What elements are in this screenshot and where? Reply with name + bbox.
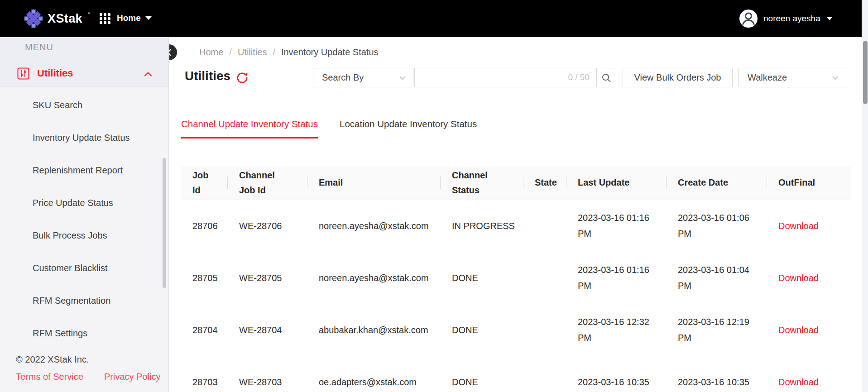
sidebar-scrollbar-thumb[interactable]	[163, 158, 166, 288]
back-button[interactable]	[169, 44, 177, 60]
sidebar-item-label: Customer Blacklist	[33, 263, 108, 273]
view-bulk-orders-job-label: View Bulk Orders Job	[634, 72, 721, 83]
sidebar-item-label: Bulk Process Jobs	[33, 230, 107, 241]
breadcrumb-separator: /	[229, 47, 232, 57]
cell-email: oe.adapters@xstak.com	[319, 374, 417, 390]
tab-location-update-inventory-status[interactable]: Location Update Inventory Status	[340, 119, 477, 139]
sidebar: MENU Utilities SKU Search	[0, 37, 169, 392]
caret-down-icon	[826, 17, 833, 20]
page-scrollbar-thumb[interactable]	[863, 41, 868, 104]
sidebar-item[interactable]: SKU Search	[0, 89, 168, 121]
terms-of-service-link[interactable]: Terms of Service	[16, 372, 83, 382]
column-header-channel-job-id: Channel Job Id	[228, 166, 307, 200]
cell-job-id: 28706	[192, 218, 218, 234]
cell-last-update: 2023-03-16 10:35	[578, 374, 649, 390]
cell-channel-job-id: WE-28704	[239, 322, 282, 338]
table-row: 28704 WE-28704 abubakar.khan@xstak.com D…	[181, 304, 851, 356]
search-by-value: Search By	[322, 72, 364, 83]
table-header-row: Job Id Channel Job Id Email Channel Stat…	[181, 166, 851, 200]
cell-channel-status: DONE	[452, 322, 478, 338]
cell-channel-status: DONE	[452, 270, 478, 286]
apps-grid-icon[interactable]	[99, 13, 111, 26]
sidebar-item-label: RFM Segmentation	[33, 296, 110, 306]
cell-last-update: 2023-03-16 01:16 PM	[578, 262, 658, 294]
breadcrumb-utilities[interactable]: Utilities	[238, 47, 267, 57]
chevron-down-icon	[399, 76, 406, 80]
sidebar-footer: © 2022 XStak Inc. Terms of Service Priva…	[0, 345, 168, 392]
chevron-left-icon	[169, 48, 172, 57]
breadcrumb: Home / Utilities / Inventory Update Stat…	[199, 47, 379, 57]
store-select-value: Walkeaze	[748, 72, 787, 83]
sidebar-item[interactable]: Customer Blacklist	[0, 252, 168, 284]
sidebar-item[interactable]: Price Update Status	[0, 186, 168, 219]
cell-channel-job-id: WE-28705	[239, 270, 282, 286]
sidebar-submenu: SKU Search Inventory Update Status Reple…	[0, 89, 168, 349]
view-bulk-orders-job-button[interactable]: View Bulk Orders Job	[623, 68, 733, 87]
search-button[interactable]	[596, 68, 616, 87]
sliders-icon	[17, 67, 29, 80]
sidebar-item[interactable]: RFM Segmentation	[0, 284, 168, 317]
brand-name: XStak	[48, 12, 82, 26]
caret-down-icon	[145, 16, 152, 20]
download-link[interactable]: Download	[778, 270, 819, 286]
nav-home-menu[interactable]: Home	[117, 13, 152, 23]
sidebar-item-utilities[interactable]: Utilities	[17, 66, 168, 81]
cell-job-id: 28705	[192, 270, 218, 286]
refresh-icon[interactable]	[235, 71, 249, 86]
store-select[interactable]: Walkeaze	[739, 68, 846, 87]
column-header-outfinal: OutFinal	[767, 166, 851, 200]
search-input-wrapper: 0 / 50	[414, 68, 597, 87]
cell-channel-job-id: WE-28706	[239, 218, 282, 234]
sidebar-item-label: Replenishment Report	[33, 165, 123, 176]
sidebar-item-label: Price Update Status	[33, 198, 113, 208]
column-header-last-update: Last Update	[566, 166, 667, 200]
xstak-star-icon	[24, 10, 43, 28]
download-link[interactable]: Download	[778, 374, 819, 390]
cell-channel-status: IN PROGRESS	[452, 218, 515, 234]
breadcrumb-separator: /	[273, 47, 275, 57]
cell-last-update: 2023-03-16 01:16 PM	[578, 210, 658, 242]
section-divider	[177, 102, 860, 102]
download-link[interactable]: Download	[778, 218, 819, 234]
table-row: 28703 WE-28703 oe.adapters@xstak.com DON…	[181, 356, 851, 392]
sidebar-item-label: SKU Search	[33, 100, 82, 110]
cell-create-date: 2023-03-16 01:04 PM	[678, 262, 758, 294]
cell-email: noreen.ayesha@xstak.com	[319, 218, 429, 234]
page-title: Utilities	[185, 69, 230, 83]
toolbar: Utilities Search By 0 / 50	[169, 68, 862, 88]
user-name: noreen ayesha	[763, 14, 820, 24]
sidebar-item[interactable]: Bulk Process Jobs	[0, 219, 168, 252]
sidebar-item[interactable]: Replenishment Report	[0, 154, 168, 186]
cell-channel-status: DONE	[452, 374, 478, 390]
page-scrollbar-track[interactable]	[862, 0, 868, 392]
cell-last-update: 2023-03-16 12:32 PM	[578, 314, 658, 346]
copyright-text: © 2022 XStak Inc.	[16, 354, 89, 365]
search-by-select[interactable]: Search By	[313, 68, 413, 87]
column-header-state: State	[523, 166, 566, 200]
cell-job-id: 28703	[192, 374, 218, 390]
brand-logo[interactable]: XStak °	[24, 10, 90, 28]
app-window: XStak ° Home noreen ayesha	[0, 0, 868, 392]
sidebar-item-label: RFM Settings	[33, 328, 87, 339]
avatar	[739, 10, 758, 28]
cell-email: abubakar.khan@xstak.com	[319, 322, 428, 338]
nav-home-label: Home	[117, 13, 141, 23]
column-header-create-date: Create Date	[667, 166, 767, 200]
cell-email: noreen.ayesha@xstak.com	[319, 270, 429, 286]
tab-channel-update-inventory-status[interactable]: Channel Update Inventory Status	[181, 119, 318, 139]
brand-trademark: °	[88, 11, 90, 18]
cell-create-date: 2023-03-16 10:35	[678, 374, 749, 390]
top-navbar: XStak ° Home noreen ayesha	[0, 0, 862, 37]
main-content: Home / Utilities / Inventory Update Stat…	[169, 37, 862, 392]
cell-job-id: 28704	[192, 322, 218, 338]
table-row: 28706 WE-28706 noreen.ayesha@xstak.com I…	[181, 200, 851, 252]
breadcrumb-current: Inventory Update Status	[281, 47, 379, 57]
breadcrumb-home[interactable]: Home	[199, 47, 223, 57]
table-body: 28706 WE-28706 noreen.ayesha@xstak.com I…	[181, 200, 851, 392]
user-account-menu[interactable]: noreen ayesha	[739, 10, 833, 28]
column-header-channel-status: Channel Status	[441, 166, 523, 200]
privacy-policy-link[interactable]: Privacy Policy	[104, 372, 160, 382]
cell-create-date: 2023-03-16 12:19 PM	[678, 314, 758, 346]
sidebar-item[interactable]: Inventory Update Status	[0, 121, 168, 154]
download-link[interactable]: Download	[778, 322, 819, 338]
